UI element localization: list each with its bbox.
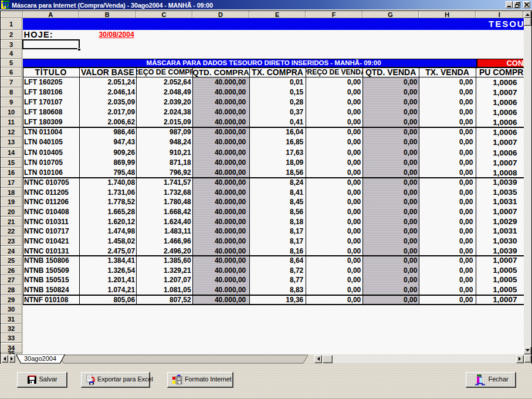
svg-text:TD: TD: [2, 1, 10, 9]
